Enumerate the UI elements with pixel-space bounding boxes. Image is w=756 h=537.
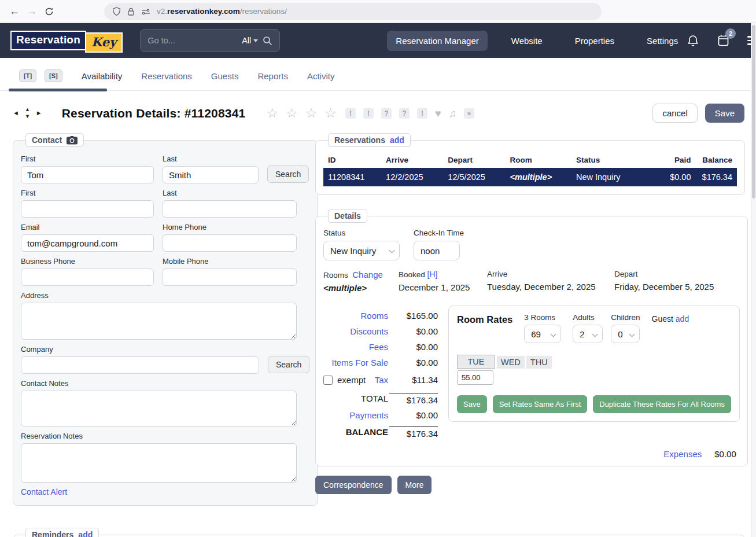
page-scrollbar[interactable] — [751, 23, 756, 537]
contact-notes-textarea[interactable] — [21, 391, 297, 426]
more-button[interactable]: More — [397, 476, 432, 494]
booked-date-link[interactable]: December 1, 2025 — [399, 282, 487, 292]
duplicate-rates-button[interactable]: Duplicate These Rates For All Rooms — [593, 395, 731, 413]
search-scope-dropdown[interactable]: All — [242, 36, 258, 45]
reservation-notes-textarea[interactable] — [21, 443, 297, 483]
add-reservation-link[interactable]: add — [390, 135, 404, 145]
day-tab-thu[interactable]: THU — [526, 356, 552, 369]
change-rooms-link[interactable]: Change — [352, 270, 383, 279]
rates-save-button[interactable]: Save — [457, 395, 487, 413]
tax-exempt-checkbox[interactable] — [323, 376, 333, 385]
search-icon[interactable] — [263, 36, 272, 46]
scrollbar-thumb[interactable] — [752, 25, 755, 198]
reservationkey-logo[interactable]: Reservation Key — [10, 31, 123, 51]
address-bar[interactable]: v2.reservationkey.com/reservations/ — [104, 3, 602, 20]
nav-properties[interactable]: Properties — [566, 31, 623, 51]
clipboard-count-badge: 2 — [725, 28, 736, 39]
reservation-table-row[interactable]: 11208341 12/2/2025 12/5/2025 <multiple> … — [323, 168, 737, 186]
fees-link[interactable]: Fees — [323, 342, 388, 352]
booked-label: Booked [H] — [399, 270, 487, 279]
browser-back-button[interactable]: ← — [6, 3, 23, 20]
last-name-input[interactable] — [163, 166, 259, 183]
star-icon[interactable]: ☆ — [324, 106, 337, 120]
notifications-bell-icon[interactable] — [687, 34, 699, 47]
last-name2-input[interactable] — [163, 200, 297, 218]
nav-website[interactable]: Website — [503, 31, 551, 51]
star-icon[interactable]: ☆ — [305, 106, 318, 120]
col-id: ID — [323, 152, 381, 168]
alert-flag-icon[interactable]: ! — [363, 108, 374, 119]
star-icon[interactable]: ☆ — [266, 106, 278, 120]
global-search-input[interactable] — [147, 36, 237, 45]
rate-input[interactable] — [457, 370, 493, 385]
permissions-icon[interactable] — [141, 8, 150, 15]
star-icon[interactable]: ☆ — [286, 106, 298, 120]
tax-link[interactable]: Tax — [369, 375, 388, 385]
day-tab-tue[interactable]: TUE — [457, 355, 495, 369]
status-select[interactable]: New Inquiry — [323, 241, 400, 260]
contact-alert-link[interactable]: Contact Alert — [21, 487, 67, 496]
correspondence-button[interactable]: Correspondence — [315, 476, 392, 494]
mobile-phone-input[interactable] — [163, 268, 297, 286]
cell-paid: $0.00 — [658, 168, 695, 186]
alert-flag-icon[interactable]: ! — [417, 108, 427, 119]
question-flag-icon[interactable]: ? — [381, 108, 392, 119]
day-tab-wed[interactable]: WED — [497, 356, 525, 369]
discounts-link[interactable]: Discounts — [323, 326, 388, 336]
contact-search-button[interactable]: Search — [267, 165, 309, 183]
tab-availability[interactable]: Availability — [82, 71, 123, 81]
first-name2-input[interactable] — [21, 200, 154, 218]
email-input[interactable] — [21, 234, 154, 252]
room-number-select[interactable]: 69 — [524, 325, 561, 343]
rooms-multiple-link[interactable]: <multiple> — [323, 283, 399, 293]
contact-panel: Contact First Last Search First — [13, 133, 318, 506]
business-phone-input[interactable] — [21, 268, 154, 286]
question-flag-icon[interactable]: ? — [399, 108, 410, 119]
next-reservation-icon[interactable]: ► — [36, 110, 42, 116]
lock-icon[interactable] — [127, 7, 135, 16]
add-reminder-link[interactable]: add — [78, 530, 93, 537]
down-reservation-icon[interactable]: ▼ — [25, 114, 30, 119]
first-name-input[interactable] — [21, 166, 154, 183]
up-reservation-icon[interactable]: ▲ — [25, 107, 30, 112]
camera-icon[interactable] — [67, 136, 78, 145]
company-search-button[interactable]: Search — [268, 356, 309, 373]
set-rates-same-button[interactable]: Set Rates Same As First — [493, 395, 588, 413]
music-note-icon[interactable]: ♫ — [449, 108, 457, 119]
payments-link[interactable]: Payments — [323, 410, 388, 420]
s-shortcut-button[interactable]: [S] — [45, 69, 62, 82]
alert-flag-icon[interactable]: ! — [345, 108, 356, 119]
reservations-panel: Reservations add ID Arrive Depart Room S… — [315, 133, 745, 195]
company-input[interactable] — [21, 356, 259, 374]
heart-icon[interactable]: ♥ — [435, 108, 441, 119]
nav-settings[interactable]: Settings — [638, 31, 687, 51]
address-textarea[interactable] — [21, 303, 297, 340]
items-for-sale-link[interactable]: Items For Sale — [323, 358, 388, 367]
checkin-time-input[interactable] — [414, 241, 460, 260]
expenses-link[interactable]: Expenses — [663, 449, 702, 459]
tab-reservations[interactable]: Reservations — [141, 71, 192, 81]
booked-history-link[interactable]: [H] — [427, 270, 438, 279]
nav-reservation-manager[interactable]: Reservation Manager — [387, 31, 487, 51]
cancel-button[interactable]: cancel — [652, 104, 697, 123]
adults-select[interactable]: 2 — [573, 325, 603, 343]
clipboard-icon[interactable]: 2 — [717, 34, 730, 47]
tab-guests[interactable]: Guests — [211, 71, 239, 81]
chevrons-right-icon[interactable]: » — [464, 108, 474, 119]
rooms-charges-link[interactable]: Rooms — [323, 311, 388, 321]
home-phone-input[interactable] — [163, 234, 297, 252]
col-depart: Depart — [443, 152, 505, 168]
browser-reload-button[interactable] — [40, 3, 58, 20]
tab-reports[interactable]: Reports — [257, 71, 288, 81]
col-balance: Balance — [695, 152, 737, 168]
prev-reservation-icon[interactable]: ◄ — [13, 110, 19, 116]
browser-forward-button[interactable]: → — [23, 3, 40, 20]
save-button[interactable]: Save — [705, 104, 744, 123]
tab-activity[interactable]: Activity — [307, 71, 335, 81]
children-select[interactable]: 0 — [611, 325, 640, 343]
checkin-time-label: Check-In Time — [414, 229, 464, 237]
shield-icon[interactable] — [112, 7, 121, 16]
guest-add-link[interactable]: add — [676, 314, 689, 323]
cell-balance: $176.34 — [695, 168, 737, 186]
t-shortcut-button[interactable]: [T] — [19, 69, 36, 82]
